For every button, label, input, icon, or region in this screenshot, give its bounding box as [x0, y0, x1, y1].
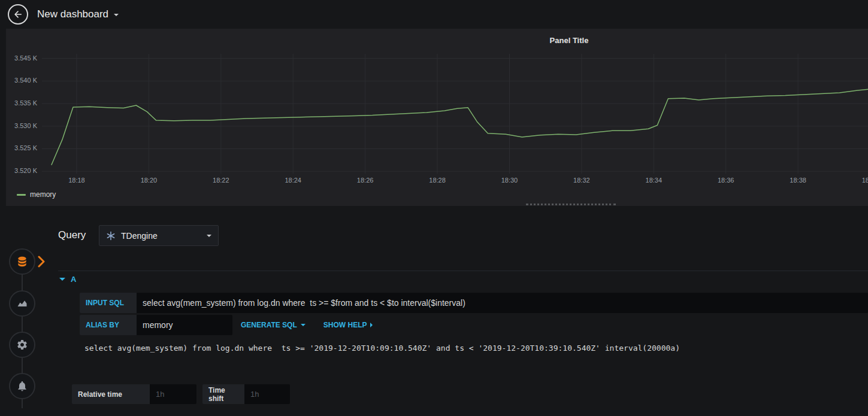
navbar: New dashboard — [0, 0, 868, 29]
legend: memory — [17, 190, 56, 199]
alert-tab-circle — [9, 373, 35, 399]
x-tick-label: 18:18 — [68, 177, 85, 184]
tab-alert[interactable] — [9, 373, 53, 399]
alias-by-input[interactable] — [137, 315, 232, 335]
y-tick-label: 3.535 K — [6, 99, 37, 107]
input-sql-input[interactable] — [137, 293, 868, 313]
legend-label[interactable]: memory — [30, 190, 56, 199]
alias-by-label: ALIAS BY — [80, 315, 137, 335]
bell-icon — [16, 380, 28, 392]
generated-sql-text: select avg(mem_system) from log.dn where… — [84, 344, 680, 353]
time-row-spacer — [196, 384, 202, 404]
graph-icon — [16, 297, 28, 309]
gear-icon — [16, 339, 28, 351]
show-help-caret-icon — [370, 323, 373, 327]
legend-color-swatch[interactable] — [17, 194, 26, 196]
datasource-name: TDengine — [121, 231, 207, 241]
x-tick-label: 18:28 — [429, 177, 446, 184]
collapse-caret-icon — [59, 278, 65, 281]
time-shift-input[interactable] — [244, 384, 290, 404]
dropdown-caret-icon — [207, 235, 211, 237]
general-tab-circle — [9, 332, 35, 358]
back-button[interactable] — [8, 4, 28, 25]
x-tick-label: 18:40 — [862, 177, 868, 184]
input-sql-row: INPUT SQL — [80, 293, 868, 313]
y-tick-label: 3.530 K — [6, 122, 37, 129]
database-icon — [16, 256, 28, 268]
x-tick-label: 18:38 — [790, 177, 806, 184]
x-tick-label: 18:20 — [141, 177, 158, 184]
y-tick-label: 3.545 K — [6, 54, 37, 62]
x-tick-label: 18:36 — [718, 177, 734, 184]
visualization-tab-circle — [9, 290, 35, 317]
generate-sql-button[interactable]: GENERATE SQL — [241, 315, 306, 335]
chart-plot[interactable] — [42, 54, 868, 174]
panel-title[interactable]: Panel Title — [6, 29, 868, 45]
x-tick-label: 18:24 — [285, 177, 301, 184]
generate-sql-label: GENERATE SQL — [241, 321, 297, 329]
x-tick-label: 18:34 — [646, 177, 663, 184]
generate-sql-caret-icon — [301, 324, 306, 326]
alias-by-row: ALIAS BY GENERATE SQL SHOW HELP — [80, 315, 373, 335]
tab-queries[interactable] — [9, 248, 53, 275]
show-help-label: SHOW HELP — [323, 321, 367, 329]
x-tick-label: 18:32 — [573, 177, 590, 184]
time-options-row: Relative time Time shift — [72, 384, 290, 404]
queries-tab-circle — [9, 248, 35, 275]
y-tick-label: 3.525 K — [6, 144, 37, 151]
relative-time-input[interactable] — [150, 384, 196, 404]
title-caret-icon — [114, 14, 119, 16]
datasource-picker[interactable]: TDengine — [99, 225, 219, 246]
dashboard-title[interactable]: New dashboard — [37, 8, 119, 20]
tab-general[interactable] — [9, 332, 53, 358]
x-tick-label: 18:30 — [501, 177, 518, 184]
tab-visualization[interactable] — [9, 290, 53, 317]
panel-resize-handle[interactable] — [526, 204, 616, 205]
x-tick-label: 18:26 — [357, 177, 374, 184]
y-tick-label: 3.520 K — [6, 167, 37, 174]
arrow-left-icon — [13, 9, 23, 20]
input-sql-label: INPUT SQL — [80, 293, 137, 313]
graph-panel: Panel Title 3.545 K3.540 K3.535 K3.530 K… — [6, 29, 868, 206]
x-axis-labels: 18:1818:2018:2218:2418:2618:2818:3018:32… — [42, 177, 868, 185]
y-tick-label: 3.540 K — [6, 77, 37, 84]
active-tab-arrow — [38, 256, 45, 270]
query-heading: Query — [58, 229, 86, 241]
y-axis-labels: 3.545 K3.540 K3.535 K3.530 K3.525 K3.520… — [6, 29, 37, 206]
dashboard-title-text: New dashboard — [37, 8, 108, 20]
query-collapse-toggle[interactable]: A — [59, 275, 76, 284]
x-tick-label: 18:22 — [213, 177, 229, 184]
query-row-divider — [58, 271, 868, 271]
relative-time-label: Relative time — [72, 384, 150, 404]
tdengine-logo-icon — [106, 231, 116, 241]
time-shift-label: Time shift — [202, 384, 244, 404]
query-ref-id: A — [71, 275, 76, 284]
show-help-button[interactable]: SHOW HELP — [323, 315, 373, 335]
